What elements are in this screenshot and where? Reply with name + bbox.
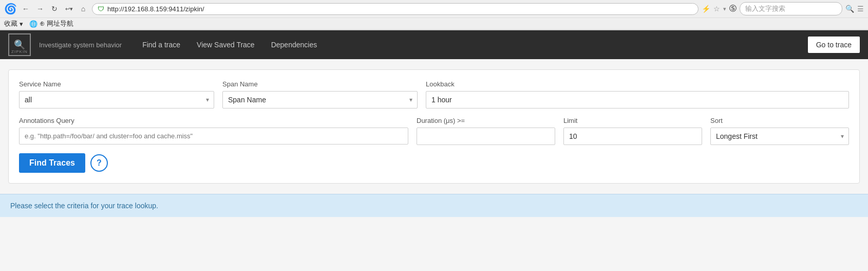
- duration-input[interactable]: [417, 128, 555, 145]
- span-name-group: Span Name Span Name ▾: [222, 80, 418, 109]
- limit-label: Limit: [563, 117, 702, 124]
- lookback-value[interactable]: 1 hour: [426, 91, 849, 109]
- app-nav: 🔍 ZIPKIN Investigate system behavior Fin…: [0, 30, 868, 59]
- app-logo: 🔍 ZIPKIN: [8, 33, 31, 56]
- globe-icon: 🌐: [29, 20, 37, 28]
- bookmarks-icon: 收藏: [4, 19, 17, 28]
- address-text: http://192.168.8.159:9411/zipkin/: [107, 5, 693, 13]
- search-placeholder: 输入文字搜索: [745, 4, 785, 13]
- duration-group: Duration (μs) >=: [417, 117, 555, 145]
- app-nav-links: Find a trace View Saved Trace Dependenci…: [134, 30, 325, 59]
- nav-link-view-saved[interactable]: View Saved Trace: [188, 30, 263, 59]
- help-button[interactable]: ?: [90, 154, 108, 172]
- nav-link-find-trace[interactable]: Find a trace: [134, 30, 188, 59]
- form-row-1: Service Name all ▾ Span Name Span Name ▾: [19, 80, 849, 109]
- service-name-label: Service Name: [19, 80, 214, 88]
- service-name-select[interactable]: all: [19, 91, 214, 109]
- browser-icon: 🌀: [4, 3, 17, 15]
- browser-bookmarks: 收藏 ▾ 🌐 ⊕ 网址导航: [0, 18, 868, 30]
- search-icon[interactable]: 🔍: [845, 5, 854, 13]
- sort-select[interactable]: Longest First Shortest First Newest Firs…: [710, 128, 849, 145]
- undo-button[interactable]: ↩▾: [63, 3, 74, 14]
- sogou-icon: Ⓢ: [729, 4, 737, 13]
- browser-search-area: ⚡ ☆ ▾ Ⓢ 输入文字搜索 🔍 ☰: [702, 2, 864, 15]
- annotations-group: Annotations Query: [19, 117, 408, 145]
- magnifier-icon: 🔍: [14, 39, 26, 50]
- span-name-select[interactable]: Span Name: [222, 91, 418, 109]
- refresh-button[interactable]: ↻: [49, 3, 60, 14]
- chevron-down-icon[interactable]: ▾: [723, 6, 726, 12]
- annotations-input[interactable]: [19, 128, 408, 144]
- bookmarks-collect[interactable]: 收藏 ▾: [4, 19, 23, 28]
- back-button[interactable]: ←: [20, 3, 31, 14]
- nav-label: ⊕ 网址导航: [40, 19, 73, 28]
- lookback-group: Lookback 1 hour: [426, 80, 849, 109]
- security-icon: 🛡: [98, 5, 104, 13]
- bookmarks-dropdown-icon: ▾: [20, 20, 23, 28]
- sort-group: Sort Longest First Shortest First Newest…: [710, 117, 849, 145]
- browser-toolbar: 🌀 ← → ↻ ↩▾ ⌂ 🛡 http://192.168.8.159:9411…: [0, 0, 868, 18]
- action-row: Find Traces ?: [19, 153, 849, 173]
- duration-label: Duration (μs) >=: [417, 117, 555, 124]
- app-tagline: Investigate system behavior: [39, 41, 122, 49]
- nav-link-dependencies[interactable]: Dependencies: [263, 30, 326, 59]
- search-panel: Service Name all ▾ Span Name Span Name ▾: [8, 69, 860, 184]
- home-button[interactable]: ⌂: [78, 3, 89, 14]
- go-to-trace-button[interactable]: Go to trace: [808, 37, 860, 53]
- logo-label: ZIPKIN: [11, 49, 28, 54]
- annotations-label: Annotations Query: [19, 117, 408, 124]
- address-bar[interactable]: 🛡 http://192.168.8.159:9411/zipkin/: [92, 3, 699, 15]
- span-name-select-wrapper: Span Name ▾: [222, 91, 418, 109]
- main-content: Service Name all ▾ Span Name Span Name ▾: [0, 59, 868, 194]
- span-name-label: Span Name: [222, 80, 418, 88]
- sort-label: Sort: [710, 117, 849, 124]
- info-text: Please select the criteria for your trac…: [10, 202, 158, 210]
- forward-button[interactable]: →: [34, 3, 46, 14]
- bookmarks-nav[interactable]: 🌐 ⊕ 网址导航: [29, 19, 73, 28]
- service-name-group: Service Name all ▾: [19, 80, 214, 109]
- menu-icon[interactable]: ☰: [857, 5, 864, 13]
- lightning-icon: ⚡: [702, 5, 710, 13]
- limit-input[interactable]: [563, 128, 702, 145]
- star-icon[interactable]: ☆: [713, 5, 720, 13]
- browser-search-box[interactable]: 输入文字搜索: [740, 2, 842, 15]
- limit-group: Limit: [563, 117, 702, 145]
- lookback-label: Lookback: [426, 80, 849, 88]
- sort-select-wrapper: Longest First Shortest First Newest Firs…: [710, 128, 849, 145]
- service-name-select-wrapper: all ▾: [19, 91, 214, 109]
- logo-box: 🔍 ZIPKIN: [8, 33, 31, 56]
- info-bar: Please select the criteria for your trac…: [0, 194, 868, 217]
- form-row-2: Annotations Query Duration (μs) >= Limit…: [19, 117, 849, 145]
- browser-chrome: 🌀 ← → ↻ ↩▾ ⌂ 🛡 http://192.168.8.159:9411…: [0, 0, 868, 30]
- find-traces-button[interactable]: Find Traces: [19, 153, 85, 173]
